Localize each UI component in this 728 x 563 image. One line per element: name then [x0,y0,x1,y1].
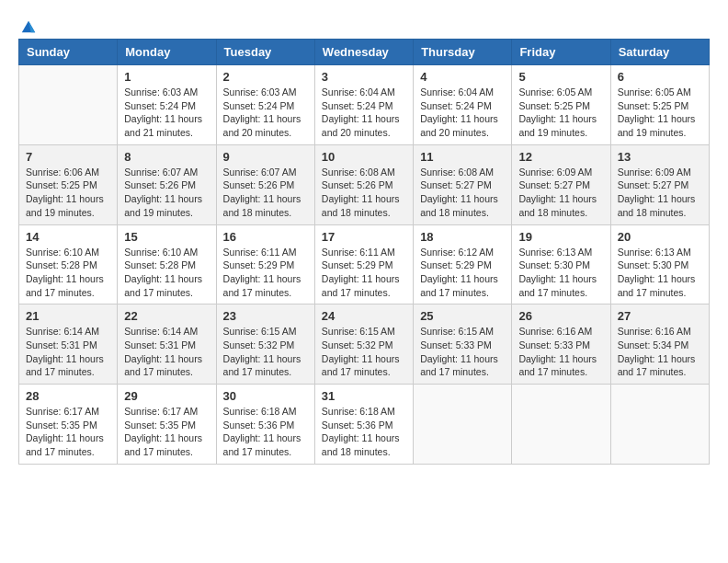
day-cell: 26 Sunrise: 6:16 AM Sunset: 5:33 PM Dayl… [512,304,610,385]
logo [18,18,37,29]
day-number: 29 [124,389,209,403]
day-info: Sunrise: 6:18 AM Sunset: 5:36 PM Dayligh… [322,405,406,459]
sunset-label: Sunset: 5:26 PM [124,179,196,190]
day-number: 30 [223,389,308,403]
day-info: Sunrise: 6:17 AM Sunset: 5:35 PM Dayligh… [26,405,110,459]
sunrise-label: Sunrise: 6:15 AM [420,326,494,337]
daylight-label: Daylight: 11 hours and 18 minutes. [223,193,301,218]
day-number: 21 [26,309,110,323]
sunset-label: Sunset: 5:32 PM [223,339,295,350]
day-cell: 30 Sunrise: 6:18 AM Sunset: 5:36 PM Dayl… [216,385,314,465]
sunrise-label: Sunrise: 6:08 AM [322,167,395,178]
day-number: 2 [223,70,308,84]
day-info: Sunrise: 6:11 AM Sunset: 5:29 PM Dayligh… [223,246,308,300]
day-info: Sunrise: 6:14 AM Sunset: 5:31 PM Dayligh… [26,325,110,379]
sunset-label: Sunset: 5:33 PM [420,339,492,350]
daylight-label: Daylight: 11 hours and 19 minutes. [618,113,696,138]
sunrise-label: Sunrise: 6:17 AM [124,406,198,417]
day-info: Sunrise: 6:11 AM Sunset: 5:29 PM Dayligh… [322,246,406,300]
sunrise-label: Sunrise: 6:05 AM [518,86,592,98]
sunrise-label: Sunrise: 6:11 AM [322,247,395,258]
day-info: Sunrise: 6:07 AM Sunset: 5:26 PM Dayligh… [223,166,308,220]
day-info: Sunrise: 6:16 AM Sunset: 5:33 PM Dayligh… [518,325,603,379]
sunrise-label: Sunrise: 6:13 AM [518,247,592,258]
day-info: Sunrise: 6:05 AM Sunset: 5:25 PM Dayligh… [618,86,702,140]
day-info: Sunrise: 6:18 AM Sunset: 5:36 PM Dayligh… [223,405,308,459]
weekday-header-wednesday: Wednesday [314,40,413,65]
sunrise-label: Sunrise: 6:18 AM [322,406,395,417]
daylight-label: Daylight: 11 hours and 18 minutes. [618,193,696,218]
day-number: 24 [322,309,406,323]
daylight-label: Daylight: 11 hours and 17 minutes. [26,353,104,378]
sunset-label: Sunset: 5:24 PM [322,100,393,111]
day-info: Sunrise: 6:16 AM Sunset: 5:34 PM Dayligh… [618,325,702,379]
day-cell: 27 Sunrise: 6:16 AM Sunset: 5:34 PM Dayl… [610,304,709,385]
day-cell: 8 Sunrise: 6:07 AM Sunset: 5:26 PM Dayli… [118,144,216,224]
sunset-label: Sunset: 5:26 PM [223,179,295,190]
day-cell: 13 Sunrise: 6:09 AM Sunset: 5:27 PM Dayl… [610,144,709,224]
sunrise-label: Sunrise: 6:03 AM [223,86,297,98]
sunset-label: Sunset: 5:32 PM [322,339,393,350]
day-info: Sunrise: 6:07 AM Sunset: 5:26 PM Dayligh… [124,166,209,220]
day-info: Sunrise: 6:12 AM Sunset: 5:29 PM Dayligh… [420,246,505,300]
day-cell: 5 Sunrise: 6:05 AM Sunset: 5:25 PM Dayli… [512,65,610,145]
day-cell: 1 Sunrise: 6:03 AM Sunset: 5:24 PM Dayli… [118,65,216,145]
daylight-label: Daylight: 11 hours and 17 minutes. [518,273,597,298]
day-info: Sunrise: 6:13 AM Sunset: 5:30 PM Dayligh… [518,246,603,300]
sunset-label: Sunset: 5:28 PM [124,259,196,270]
daylight-label: Daylight: 11 hours and 17 minutes. [26,432,104,457]
day-number: 31 [322,389,406,403]
day-cell: 23 Sunrise: 6:15 AM Sunset: 5:32 PM Dayl… [216,304,314,385]
sunrise-label: Sunrise: 6:07 AM [223,167,297,178]
day-info: Sunrise: 6:08 AM Sunset: 5:27 PM Dayligh… [420,166,505,220]
day-info: Sunrise: 6:15 AM Sunset: 5:32 PM Dayligh… [322,325,406,379]
day-cell: 31 Sunrise: 6:18 AM Sunset: 5:36 PM Dayl… [314,385,413,465]
day-number: 14 [26,230,110,244]
daylight-label: Daylight: 11 hours and 17 minutes. [26,273,104,298]
day-cell: 28 Sunrise: 6:17 AM Sunset: 5:35 PM Dayl… [19,385,118,465]
sunset-label: Sunset: 5:27 PM [618,179,689,190]
day-number: 17 [322,230,406,244]
day-cell: 15 Sunrise: 6:10 AM Sunset: 5:28 PM Dayl… [118,224,216,304]
daylight-label: Daylight: 11 hours and 17 minutes. [223,273,301,298]
sunset-label: Sunset: 5:35 PM [124,419,196,431]
daylight-label: Daylight: 11 hours and 20 minutes. [322,113,400,138]
sunrise-label: Sunrise: 6:07 AM [124,167,198,178]
sunset-label: Sunset: 5:34 PM [618,339,689,350]
weekday-header-saturday: Saturday [610,40,709,65]
day-number: 13 [618,150,702,164]
day-number: 12 [518,150,603,164]
daylight-label: Daylight: 11 hours and 17 minutes. [223,432,301,457]
sunrise-label: Sunrise: 6:18 AM [223,406,297,417]
day-cell: 22 Sunrise: 6:14 AM Sunset: 5:31 PM Dayl… [118,304,216,385]
daylight-label: Daylight: 11 hours and 17 minutes. [420,353,498,378]
day-info: Sunrise: 6:09 AM Sunset: 5:27 PM Dayligh… [618,166,702,220]
sunrise-label: Sunrise: 6:11 AM [223,247,297,258]
sunset-label: Sunset: 5:24 PM [420,100,492,111]
sunrise-label: Sunrise: 6:16 AM [618,326,691,337]
daylight-label: Daylight: 11 hours and 18 minutes. [420,193,498,218]
daylight-label: Daylight: 11 hours and 19 minutes. [26,193,104,218]
daylight-label: Daylight: 11 hours and 17 minutes. [518,353,597,378]
day-number: 9 [223,150,308,164]
day-cell: 25 Sunrise: 6:15 AM Sunset: 5:33 PM Dayl… [414,304,512,385]
day-cell: 6 Sunrise: 6:05 AM Sunset: 5:25 PM Dayli… [610,65,709,145]
sunrise-label: Sunrise: 6:16 AM [518,326,592,337]
sunrise-label: Sunrise: 6:13 AM [618,247,691,258]
sunset-label: Sunset: 5:35 PM [26,419,97,431]
day-info: Sunrise: 6:03 AM Sunset: 5:24 PM Dayligh… [223,86,308,140]
sunset-label: Sunset: 5:24 PM [223,100,295,111]
sunrise-label: Sunrise: 6:14 AM [124,326,198,337]
daylight-label: Daylight: 11 hours and 18 minutes. [518,193,597,218]
daylight-label: Daylight: 11 hours and 19 minutes. [124,193,202,218]
sunset-label: Sunset: 5:26 PM [322,179,393,190]
day-cell [19,65,118,145]
day-cell: 20 Sunrise: 6:13 AM Sunset: 5:30 PM Dayl… [610,224,709,304]
day-number: 23 [223,309,308,323]
daylight-label: Daylight: 11 hours and 20 minutes. [420,113,498,138]
day-info: Sunrise: 6:06 AM Sunset: 5:25 PM Dayligh… [26,166,110,220]
calendar: SundayMondayTuesdayWednesdayThursdayFrid… [18,39,710,465]
day-number: 4 [420,70,505,84]
day-cell [610,385,709,465]
day-number: 16 [223,230,308,244]
